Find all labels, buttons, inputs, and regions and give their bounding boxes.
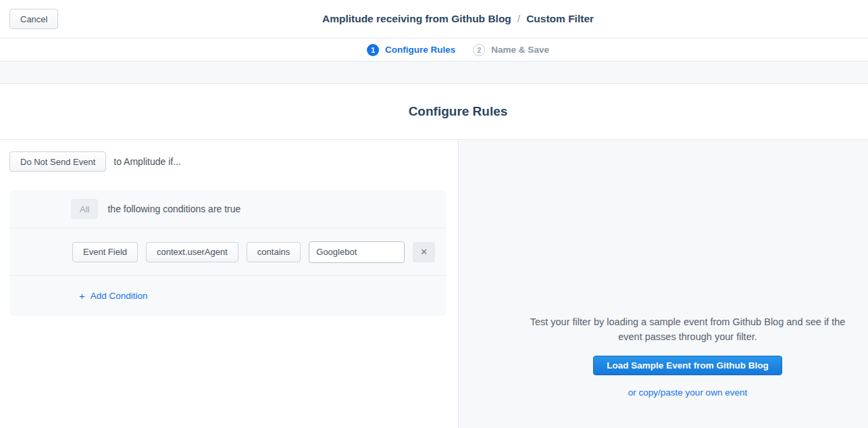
step-configure-rules[interactable]: 1 Configure Rules	[367, 44, 455, 56]
filter-test-panel: Test your filter by loading a sample eve…	[459, 140, 868, 428]
breadcrumb-current-page: Custom Filter	[526, 13, 594, 24]
test-block: Test your filter by loading a sample eve…	[515, 315, 860, 398]
title-section: Configure Rules	[0, 84, 868, 140]
group-operator-suffix: the following conditions are true	[107, 204, 240, 214]
step-2-label: Name & Save	[491, 45, 549, 55]
plus-icon: +	[79, 290, 85, 302]
stepper: 1 Configure Rules 2 Name & Save	[367, 44, 549, 56]
step-2-circle: 2	[473, 44, 485, 56]
close-icon: ✕	[420, 247, 428, 257]
condition-row: Event Field context.userAgent contains ✕	[9, 229, 446, 276]
condition-operator-button[interactable]: contains	[247, 242, 301, 262]
condition-field-button[interactable]: context.userAgent	[146, 242, 238, 262]
load-sample-event-button[interactable]: Load Sample Event from Github Blog	[593, 356, 782, 375]
breadcrumb-source-destination: Amplitude receiving from Github Blog	[322, 13, 511, 24]
test-description: Test your filter by loading a sample eve…	[519, 315, 857, 344]
add-condition-row: + Add Condition	[9, 276, 446, 316]
paste-own-event-link[interactable]: or copy/paste your own event	[628, 387, 747, 398]
filter-action-suffix: to Amplitude if...	[113, 156, 181, 167]
condition-type-button[interactable]: Event Field	[72, 242, 138, 262]
sub-header-band	[0, 62, 868, 84]
step-1-label: Configure Rules	[385, 45, 455, 55]
cancel-button[interactable]: Cancel	[9, 9, 58, 29]
rule-builder-panel: Do Not Send Event to Amplitude if... All…	[0, 140, 459, 428]
step-1-circle: 1	[367, 44, 379, 56]
remove-condition-button[interactable]: ✕	[413, 242, 435, 262]
filter-action-row: Do Not Send Event to Amplitude if...	[9, 151, 449, 172]
condition-value-input[interactable]	[309, 241, 405, 263]
group-operator-chip[interactable]: All	[71, 199, 98, 219]
filter-action-button[interactable]: Do Not Send Event	[9, 151, 106, 172]
add-condition-button[interactable]: + Add Condition	[79, 290, 148, 302]
main-content: Do Not Send Event to Amplitude if... All…	[0, 140, 868, 428]
page-title: Configure Rules	[409, 104, 508, 119]
stepper-bar: 1 Configure Rules 2 Name & Save	[0, 39, 868, 62]
condition-group-header: All the following conditions are true	[9, 190, 446, 229]
top-bar: Cancel Amplitude receiving from Github B…	[0, 0, 868, 39]
breadcrumb-separator: /	[517, 13, 520, 24]
breadcrumb: Amplitude receiving from Github Blog/Cus…	[322, 13, 594, 25]
add-condition-label: Add Condition	[91, 291, 148, 301]
step-name-and-save[interactable]: 2 Name & Save	[473, 44, 549, 56]
condition-group-panel: All the following conditions are true Ev…	[9, 190, 446, 316]
